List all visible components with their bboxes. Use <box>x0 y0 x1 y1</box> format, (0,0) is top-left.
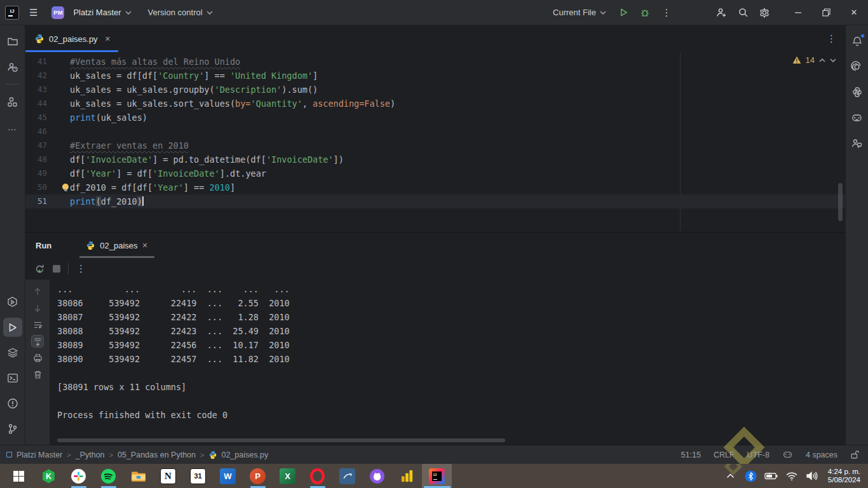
add-user-button[interactable] <box>710 3 732 22</box>
warning-count[interactable]: 14 <box>806 55 815 65</box>
taskbar-github-desktop-button[interactable] <box>362 464 392 488</box>
tab-close-icon[interactable]: ✕ <box>105 35 111 43</box>
code-text[interactable]: #Extraer ventas en 2010 <box>58 139 189 152</box>
bluetooth-icon[interactable] <box>743 466 759 485</box>
terminal-icon[interactable] <box>3 369 22 388</box>
code-text[interactable]: uk_sales = df[df['Country'] == 'United K… <box>58 69 318 83</box>
user-question-icon[interactable]: ? <box>3 57 22 76</box>
problems-icon[interactable] <box>3 394 22 413</box>
line-number[interactable]: 51 <box>25 194 58 208</box>
breadcrumb-file[interactable]: 02_paises.py <box>208 451 268 459</box>
wifi-icon[interactable] <box>783 466 800 485</box>
structure-icon[interactable] <box>3 92 22 111</box>
up-arrow-icon[interactable] <box>32 286 43 297</box>
line-number[interactable]: 46 <box>25 125 58 139</box>
run-tab-02-paises[interactable]: 02_paises ✕ <box>79 233 154 258</box>
scroll-to-end-icon[interactable] <box>32 336 43 347</box>
line-separator[interactable]: CRLF <box>714 451 735 459</box>
line-number[interactable]: 43 <box>25 83 58 97</box>
taskbar-calendar-button[interactable]: 31 <box>183 464 213 488</box>
code-text[interactable]: uk_sales = uk_sales.groupby('Description… <box>58 83 318 97</box>
line-number[interactable]: 45 <box>25 111 58 125</box>
line-number[interactable]: 47 <box>25 139 58 152</box>
line-number[interactable]: 50 <box>25 180 58 194</box>
python-console-icon[interactable] <box>848 83 867 102</box>
previous-warning-button[interactable] <box>819 58 825 62</box>
taskbar-spotify-button[interactable] <box>93 464 123 488</box>
down-arrow-icon[interactable] <box>32 302 43 314</box>
notifications-bell-icon[interactable] <box>848 32 867 51</box>
taskbar-file-explorer-button[interactable] <box>123 464 153 488</box>
taskbar-slack-button[interactable] <box>64 464 93 488</box>
rerun-button[interactable] <box>34 264 45 274</box>
run-button[interactable] <box>613 3 634 22</box>
next-warning-button[interactable] <box>830 58 836 62</box>
search-everywhere-button[interactable] <box>732 3 754 22</box>
run-panel-title[interactable]: Run <box>25 233 63 258</box>
console-more-options-icon[interactable]: ⋮ <box>76 263 86 274</box>
line-number[interactable]: 48 <box>25 152 58 166</box>
code-text[interactable]: uk_sales = uk_sales.sort_values(by='Quan… <box>58 97 395 111</box>
code-text[interactable]: print(uk_sales) <box>58 111 147 125</box>
close-window-button[interactable]: ✕ <box>840 0 868 25</box>
file-encoding[interactable]: UTF-8 <box>747 451 770 459</box>
unlock-icon[interactable] <box>850 450 859 459</box>
intention-bulb-icon[interactable] <box>62 184 69 190</box>
taskbar-clock[interactable]: 4:24 p. m. 5/08/2024 <box>828 468 860 485</box>
battery-icon[interactable] <box>763 466 780 485</box>
taskbar-excel-button[interactable]: X <box>273 464 302 488</box>
code-text[interactable]: #Ventas más altas del Reino Unido <box>58 55 240 69</box>
taskbar-opera-button[interactable] <box>302 464 332 488</box>
console-horizontal-scrollbar[interactable] <box>57 438 505 442</box>
code-text[interactable] <box>58 125 70 139</box>
settings-button[interactable] <box>754 3 775 22</box>
code-text[interactable]: print(df_2010) <box>58 194 144 208</box>
more-tool-windows-icon[interactable]: … <box>3 118 22 137</box>
taskbar-word-button[interactable]: W <box>213 464 243 488</box>
minimize-button[interactable] <box>784 0 812 25</box>
copilot-status-icon[interactable] <box>782 449 793 460</box>
line-number[interactable]: 49 <box>25 166 58 180</box>
code-editor[interactable]: 41#Ventas más altas del Reino Unido42uk_… <box>25 52 845 232</box>
python-packages-layers-icon[interactable] <box>3 343 22 362</box>
stop-button[interactable] <box>53 265 60 273</box>
run-tab-close-icon[interactable]: ✕ <box>142 241 148 250</box>
taskbar-kaspersky-button[interactable]: K <box>34 464 64 488</box>
taskbar-mysql-workbench-button[interactable] <box>332 464 362 488</box>
code-text[interactable]: df['InvoiceDate'] = pd.to_datetime(df['I… <box>58 152 344 166</box>
restore-button[interactable] <box>812 0 840 25</box>
editor-tab-02-paises[interactable]: 02_paises.py ✕ <box>25 25 118 52</box>
ai-assistant-swirl-icon[interactable] <box>848 57 867 76</box>
breadcrumb-item[interactable]: _Python <box>76 451 105 459</box>
run-toolwindow-icon[interactable] <box>3 318 22 337</box>
console-output[interactable]: ... ... ... ... ... ... 38086 539492 224… <box>50 280 845 445</box>
soft-wrap-icon[interactable] <box>32 319 43 330</box>
code-text[interactable]: df_2010 = df[df['Year'] == 2010] <box>58 180 235 194</box>
volume-icon[interactable] <box>804 466 820 485</box>
taskbar-powerpoint-button[interactable]: P <box>243 464 273 488</box>
tab-options-icon[interactable]: ⋮ <box>827 33 836 44</box>
line-number[interactable]: 41 <box>25 55 58 69</box>
clear-all-trash-icon[interactable] <box>32 369 43 380</box>
caret-position[interactable]: 51:15 <box>681 451 701 459</box>
more-actions-button[interactable]: ⋮ <box>656 3 677 22</box>
line-number[interactable]: 44 <box>25 97 58 111</box>
assistant-chat-icon[interactable] <box>848 133 867 152</box>
vcs-widget[interactable]: Version control <box>148 8 213 17</box>
git-branch-icon[interactable] <box>3 419 22 438</box>
taskbar-power-bi-button[interactable] <box>392 464 422 488</box>
indent-size[interactable]: 4 spaces <box>806 451 837 459</box>
run-configuration-selector[interactable]: Current File <box>553 8 606 17</box>
print-icon[interactable] <box>32 352 43 363</box>
code-text[interactable]: df['Year'] = df['InvoiceDate'].dt.year <box>58 166 266 180</box>
project-folder-icon[interactable] <box>3 32 22 51</box>
editor-vertical-scrollbar[interactable] <box>838 183 843 221</box>
breadcrumb-item[interactable]: 05_Pandas en Python <box>118 451 196 459</box>
taskbar-start-button[interactable] <box>4 464 34 488</box>
project-widget[interactable]: PM Platzi Master <box>51 6 131 19</box>
app-logo-icon[interactable]: IJ <box>5 6 19 20</box>
copilot-robot-icon[interactable] <box>848 108 867 127</box>
line-number[interactable]: 42 <box>25 69 58 83</box>
debug-button[interactable] <box>634 3 656 22</box>
taskbar-intellij-button[interactable]: IJ <box>422 464 452 488</box>
